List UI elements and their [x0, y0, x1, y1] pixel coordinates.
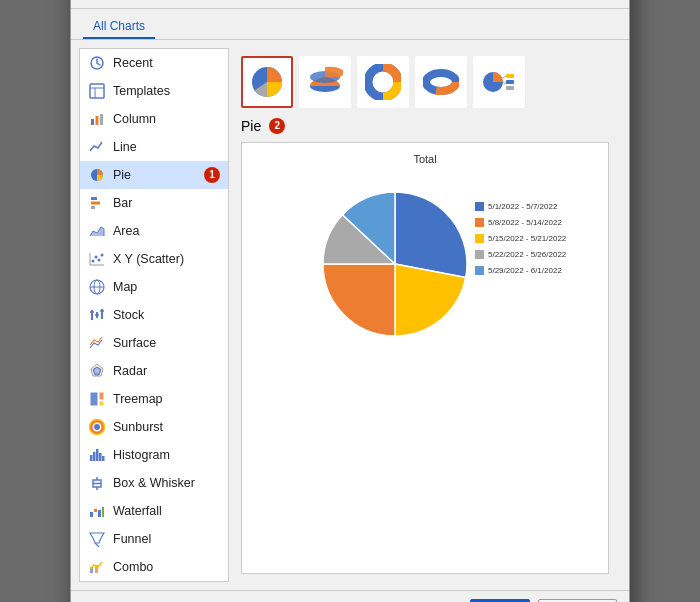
svg-rect-35 [90, 455, 93, 461]
map-icon [88, 278, 106, 296]
nav-item-label-radar: Radar [113, 364, 220, 378]
chart-subtitle-badge: 2 [269, 118, 285, 134]
legend-color-4 [475, 266, 484, 275]
nav-item-combo[interactable]: Combo [80, 553, 228, 581]
nav-item-area[interactable]: Area [80, 217, 228, 245]
nav-item-radar[interactable]: Radar [80, 357, 228, 385]
svg-rect-9 [91, 201, 100, 204]
svg-rect-39 [102, 456, 105, 461]
svg-rect-5 [96, 116, 99, 125]
nav-item-surface[interactable]: Surface [80, 329, 228, 357]
nav-item-pie[interactable]: Pie1 [80, 161, 228, 189]
nav-item-waterfall[interactable]: Waterfall [80, 497, 228, 525]
chart-subtitle: Pie 2 [241, 118, 609, 134]
svg-point-32 [94, 424, 100, 430]
svg-rect-10 [91, 206, 95, 209]
nav-item-treemap[interactable]: Treemap [80, 385, 228, 413]
title-bar: Insert Chart ? ✕ [71, 0, 629, 9]
nav-item-label-column: Column [113, 112, 220, 126]
surface-icon [88, 334, 106, 352]
nav-item-label-bar: Bar [113, 196, 220, 210]
chart-preview-inner: Total 5/1/2022 - 5/7/20225/8/2022 - 5/14… [252, 153, 598, 563]
column-icon [88, 110, 106, 128]
nav-item-map[interactable]: Map [80, 273, 228, 301]
svg-point-13 [98, 258, 101, 261]
nav-item-label-funnel: Funnel [113, 532, 220, 546]
chart-type-btn-pie3d[interactable] [299, 56, 351, 108]
tabs-row: All Charts [71, 9, 629, 40]
insert-chart-dialog: Insert Chart ? ✕ All Charts RecentTempla… [70, 0, 630, 602]
nav-item-sunburst[interactable]: Sunburst [80, 413, 228, 441]
chart-type-icons-row [241, 56, 609, 108]
nav-item-label-map: Map [113, 280, 220, 294]
svg-rect-46 [98, 510, 101, 517]
nav-item-column[interactable]: Column [80, 105, 228, 133]
nav-item-label-treemap: Treemap [113, 392, 220, 406]
combo-icon [88, 558, 106, 576]
nav-item-line[interactable]: Line [80, 133, 228, 161]
chart-type-btn-of-pie[interactable] [473, 56, 525, 108]
chart-type-btn-pie2d[interactable] [241, 56, 293, 108]
svg-rect-36 [93, 452, 96, 461]
svg-rect-30 [99, 392, 104, 400]
nav-item-badge-pie: 1 [204, 167, 220, 183]
nav-item-label-area: Area [113, 224, 220, 238]
svg-marker-48 [90, 533, 104, 543]
svg-point-11 [92, 259, 95, 262]
svg-rect-6 [100, 114, 103, 125]
sunburst-icon [88, 418, 106, 436]
chart-type-btn-doughnut3d[interactable] [415, 56, 467, 108]
svg-rect-45 [94, 509, 97, 512]
cancel-button[interactable]: Cancel [538, 599, 617, 603]
chart-preview-box: Total 5/1/2022 - 5/7/20225/8/2022 - 5/14… [241, 142, 609, 574]
nav-item-label-combo: Combo [113, 560, 220, 574]
legend-color-2 [475, 234, 484, 243]
nav-item-histogram[interactable]: Histogram [80, 441, 228, 469]
nav-item-label-line: Line [113, 140, 220, 154]
box-icon [88, 474, 106, 492]
nav-item-bar[interactable]: Bar [80, 189, 228, 217]
recent-icon [88, 54, 106, 72]
bar-icon [88, 194, 106, 212]
svg-rect-61 [506, 74, 514, 78]
legend-color-1 [475, 218, 484, 227]
tab-all-charts[interactable]: All Charts [83, 15, 155, 39]
svg-rect-31 [99, 401, 104, 406]
nav-item-label-templates: Templates [113, 84, 220, 98]
svg-point-14 [101, 253, 104, 256]
ok-button[interactable]: OK [470, 599, 529, 603]
chart-type-btn-doughnut[interactable] [357, 56, 409, 108]
preview-title: Total [413, 153, 436, 165]
svg-rect-63 [506, 86, 514, 90]
nav-item-funnel[interactable]: Funnel [80, 525, 228, 553]
legend-label-2: 5/15/2022 - 5/21/2022 [488, 234, 567, 243]
svg-rect-47 [102, 507, 104, 517]
pie-slice-1 [395, 264, 466, 336]
nav-item-label-histogram: Histogram [113, 448, 220, 462]
pie-slice-2 [323, 264, 395, 336]
templates-icon [88, 82, 106, 100]
nav-item-label-pie: Pie [113, 168, 197, 182]
chart-type-list: RecentTemplatesColumnLinePie1BarAreaX Y … [79, 48, 229, 582]
treemap-icon [88, 390, 106, 408]
dialog-footer: OK Cancel [71, 590, 629, 603]
legend-label-0: 5/1/2022 - 5/7/2022 [488, 202, 558, 211]
nav-item-stock[interactable]: Stock [80, 301, 228, 329]
nav-item-xy[interactable]: X Y (Scatter) [80, 245, 228, 273]
stock-icon [88, 306, 106, 324]
nav-item-templates[interactable]: Templates [80, 77, 228, 105]
nav-item-label-recent: Recent [113, 56, 220, 70]
funnel-icon [88, 530, 106, 548]
svg-rect-4 [91, 119, 94, 125]
svg-line-65 [503, 82, 506, 84]
nav-item-recent[interactable]: Recent [80, 49, 228, 77]
legend-color-3 [475, 250, 484, 259]
svg-line-64 [503, 76, 506, 78]
svg-rect-38 [99, 453, 102, 461]
pie-slice-0 [395, 192, 467, 277]
pie-chart-svg: 5/1/2022 - 5/7/20225/8/2022 - 5/14/20225… [305, 169, 545, 354]
legend-label-4: 5/29/2022 - 6/1/2022 [488, 266, 562, 275]
nav-item-label-box: Box & Whisker [113, 476, 220, 490]
chart-subtitle-text: Pie [241, 118, 261, 134]
nav-item-box[interactable]: Box & Whisker [80, 469, 228, 497]
